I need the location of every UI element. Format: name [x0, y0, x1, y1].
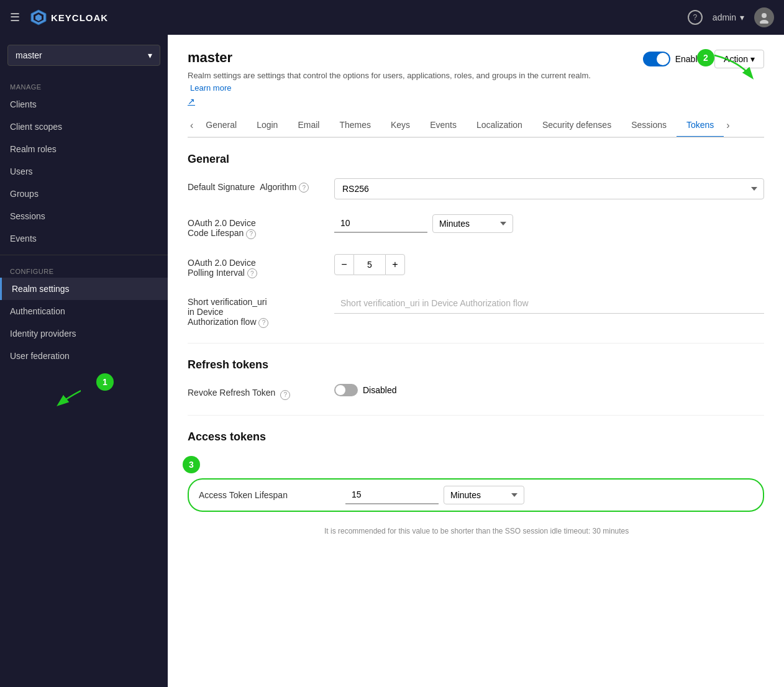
sidebar-item-users[interactable]: Users	[0, 160, 168, 183]
help-button[interactable]: ?	[688, 10, 703, 25]
groups-label: Groups	[10, 189, 39, 199]
access-token-lifespan-row: Access Token Lifespan Minutes	[188, 478, 764, 512]
revoke-refresh-row: Revoke Refresh Token ? Disabled	[188, 384, 764, 400]
realm-dropdown-icon: ▾	[148, 50, 152, 60]
revoke-refresh-help-icon[interactable]: ?	[280, 390, 290, 400]
tab-sessions[interactable]: Sessions	[621, 114, 677, 138]
annotation-2-arrow	[690, 49, 764, 86]
access-token-lifespan-unit-select[interactable]: Minutes	[444, 486, 524, 504]
code-lifespan-input[interactable]	[334, 214, 427, 233]
code-lifespan-inputs: Minutes	[334, 214, 764, 233]
avatar-icon	[758, 11, 770, 24]
short-uri-help-icon[interactable]: ?	[258, 318, 268, 328]
logo-text: KEYCLOAK	[51, 12, 108, 23]
sidebar-item-client-scopes[interactable]: Client scopes	[0, 116, 168, 138]
content-area: master Enabled Action ▾ Realm settings a…	[168, 35, 784, 687]
access-token-lifespan-inputs: Minutes	[345, 486, 753, 504]
sidebar-item-realm-roles[interactable]: Realm roles	[0, 138, 168, 160]
tab-keys[interactable]: Keys	[381, 114, 420, 138]
tab-general[interactable]: General	[196, 114, 247, 138]
clients-label: Clients	[10, 99, 37, 109]
code-lifespan-row: OAuth 2.0 Device Code Lifespan ? Minutes	[188, 214, 764, 239]
authentication-label: Authentication	[10, 306, 65, 316]
default-signature-row: Default Signature Algorithm ? RS256	[188, 178, 764, 199]
realm-name: master	[16, 50, 42, 60]
code-lifespan-unit-select[interactable]: Minutes	[432, 214, 513, 233]
tab-tokens[interactable]: Tokens	[677, 114, 724, 138]
section-divider-2	[188, 415, 764, 416]
keycloak-logo-icon	[30, 9, 47, 26]
sidebar-divider	[0, 255, 168, 255]
code-lifespan-help-icon[interactable]: ?	[246, 229, 256, 239]
tabs-bar: ‹ General Login Email Themes Keys Events…	[188, 114, 764, 138]
short-uri-input[interactable]	[334, 293, 764, 314]
page-title: master	[188, 50, 232, 66]
subtitle-row: Realm settings are settings that control…	[188, 71, 764, 93]
annotation-3: 3	[183, 456, 200, 473]
revoke-refresh-status: Disabled	[363, 385, 396, 395]
general-section-heading: General	[188, 153, 764, 166]
access-tokens-heading: Access tokens	[188, 430, 764, 444]
learn-more-link[interactable]: Learn more	[190, 83, 231, 93]
realm-settings-label: Realm settings	[12, 284, 70, 294]
tabs-prev-button[interactable]: ‹	[188, 115, 196, 136]
tab-localization[interactable]: Localization	[467, 114, 532, 138]
sidebar-item-events[interactable]: Events	[0, 227, 168, 250]
polling-interval-help-icon[interactable]: ?	[247, 268, 257, 278]
sidebar-item-identity-providers[interactable]: Identity providers	[0, 322, 168, 345]
refresh-tokens-heading: Refresh tokens	[188, 358, 764, 371]
tab-security-defenses[interactable]: Security defenses	[532, 114, 621, 138]
realm-selector[interactable]: master ▾	[7, 45, 160, 66]
svg-point-3	[762, 13, 767, 18]
polling-interval-row: OAuth 2.0 Device Polling Interval ? − 5 …	[188, 254, 764, 279]
default-signature-select[interactable]: RS256	[334, 178, 764, 199]
user-dropdown-arrow-icon: ▾	[740, 12, 744, 22]
sidebar-item-groups[interactable]: Groups	[0, 183, 168, 205]
sessions-label: Sessions	[10, 211, 45, 221]
revoke-refresh-label: Revoke Refresh Token ?	[188, 384, 324, 400]
sidebar-item-authentication[interactable]: Authentication	[0, 300, 168, 322]
access-token-hint: It is recommended for this value to be s…	[324, 527, 764, 535]
default-sig-help-icon[interactable]: ?	[299, 183, 309, 193]
external-link-icon[interactable]: ↗	[188, 96, 195, 106]
user-menu[interactable]: admin ▾	[713, 12, 744, 22]
polling-decrement-button[interactable]: −	[334, 254, 354, 275]
users-label: Users	[10, 166, 33, 176]
realm-roles-label: Realm roles	[10, 144, 57, 154]
enabled-switch[interactable]	[643, 52, 670, 66]
avatar[interactable]	[754, 7, 774, 27]
user-label: admin	[713, 12, 736, 22]
page-header: master Enabled Action ▾	[188, 50, 764, 68]
short-uri-label: Short verification_uri in Device Authori…	[188, 293, 324, 328]
tab-email[interactable]: Email	[288, 114, 329, 138]
sidebar-item-user-federation[interactable]: User federation	[0, 345, 168, 367]
access-token-lifespan-label: Access Token Lifespan	[199, 490, 335, 500]
polling-increment-button[interactable]: +	[385, 254, 405, 275]
polling-interval-control: − 5 +	[334, 254, 764, 275]
main-layout: master ▾ Manage Clients Client scopes Re…	[0, 35, 784, 687]
identity-providers-label: Identity providers	[10, 329, 76, 339]
page-title-wrap: master	[188, 50, 232, 66]
sidebar-item-realm-settings[interactable]: Realm settings	[0, 278, 168, 300]
access-token-lifespan-input[interactable]	[345, 486, 439, 504]
user-federation-label: User federation	[10, 351, 70, 361]
menu-hamburger-icon[interactable]: ☰	[10, 11, 20, 24]
tabs-next-button[interactable]: ›	[724, 115, 732, 136]
toggle-knob	[657, 53, 669, 65]
short-uri-row: Short verification_uri in Device Authori…	[188, 293, 764, 328]
revoke-refresh-toggle-group: Disabled	[334, 384, 764, 396]
sidebar-item-clients[interactable]: Clients	[0, 93, 168, 116]
annotation-3-wrap: 3	[188, 456, 764, 478]
default-signature-label: Default Signature Algorithm ?	[188, 178, 324, 193]
navbar: ☰ KEYCLOAK ? admin ▾	[0, 0, 784, 35]
sidebar-item-sessions[interactable]: Sessions	[0, 205, 168, 227]
tab-themes[interactable]: Themes	[329, 114, 381, 138]
access-token-lifespan-control: Minutes	[345, 486, 753, 504]
tab-login[interactable]: Login	[247, 114, 288, 138]
sidebar: master ▾ Manage Clients Client scopes Re…	[0, 35, 168, 687]
default-signature-control: RS256	[334, 178, 764, 199]
code-lifespan-label: OAuth 2.0 Device Code Lifespan ?	[188, 214, 324, 239]
revoke-refresh-knob	[335, 385, 345, 395]
revoke-refresh-toggle[interactable]	[334, 384, 358, 396]
tab-events[interactable]: Events	[420, 114, 467, 138]
